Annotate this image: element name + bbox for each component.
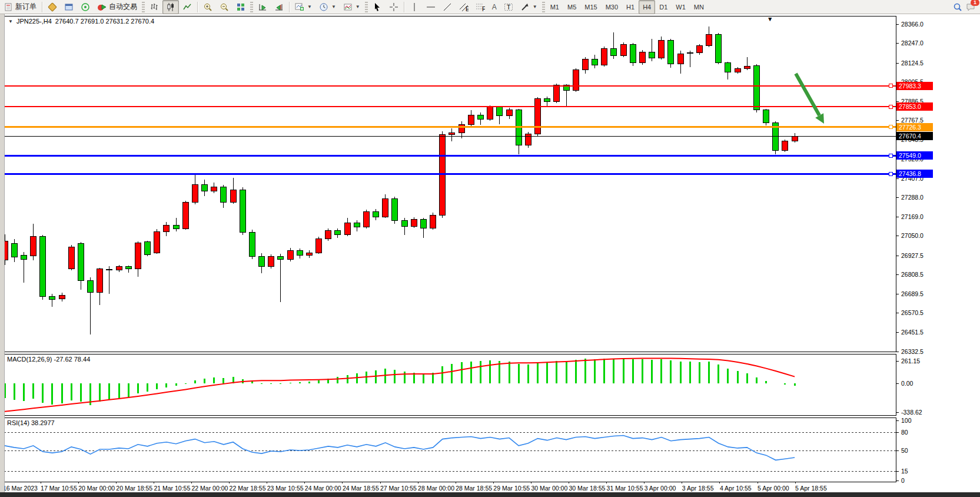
toolbar-grip[interactable] [142,2,145,12]
timeframe-m30[interactable]: M30 [602,0,622,14]
candle-body [249,233,255,256]
period-dropdown[interactable]: ▼ [315,0,340,14]
candle-body [630,44,636,62]
timeframe-m1[interactable]: M1 [546,0,563,14]
candle-body [78,244,84,281]
svg-text:0.00: 0.00 [901,380,913,387]
main-toolbar: 新订单 自动交易 ▼ ▼ ▼ E F A T ▼ [0,0,980,14]
candle-body [59,296,65,299]
chart-shift-button[interactable] [271,0,287,14]
text-button[interactable]: A [489,0,500,14]
candle-body [677,54,683,64]
candlestick-chart-button[interactable] [162,0,179,14]
rsi-pane[interactable] [4,418,896,482]
market-watch-button[interactable] [61,0,77,14]
main-pane[interactable] [4,16,896,352]
text-label-button[interactable]: T [500,0,517,14]
toolbar-separator [42,2,42,12]
notifications-button[interactable]: 1 [966,2,975,12]
cursor-icon [373,2,382,12]
fibonacci-icon: F [476,2,485,12]
vertical-line-button[interactable] [406,0,423,14]
notification-badge: 1 [971,0,979,6]
crosshair-icon [389,2,398,12]
svg-text:17 Mar 10:55: 17 Mar 10:55 [41,485,77,492]
timeframe-d1[interactable]: D1 [655,0,672,14]
candle-body [430,215,436,228]
auto-scroll-button[interactable] [254,0,271,14]
trendline-icon [443,2,452,12]
svg-text:29 Mar 10:55: 29 Mar 10:55 [493,485,530,492]
candle-body [506,110,512,116]
candle-body [40,236,46,296]
search-icon[interactable] [953,2,962,12]
toolbar-separator [289,2,290,12]
candle-body [544,99,550,102]
horizontal-line-button[interactable] [423,0,439,14]
candle-body [88,281,94,292]
svg-text:27169.0: 27169.0 [901,213,923,220]
tile-windows-button[interactable] [232,0,249,14]
signals-button[interactable] [77,0,94,14]
chart-canvas[interactable]: 28366.028247.028124.528005.527886.527767… [0,14,980,492]
timeframe-h1[interactable]: H1 [622,0,639,14]
svg-text:28366.0: 28366.0 [901,21,923,28]
new-order-button[interactable]: 新订单 [0,0,40,14]
timeframe-m5[interactable]: M5 [563,0,580,14]
symbol-period-label: JPN225-,H4 [16,18,52,25]
candle-body [696,45,702,52]
svg-text:26570.5: 26570.5 [901,309,923,316]
dropdown-caret: ▼ [307,4,312,9]
new-order-icon [4,2,13,12]
toolbar-grip[interactable] [542,2,545,12]
candle-body [202,185,208,191]
candle-body [687,53,693,54]
candle-body [335,230,341,235]
fibonacci-button[interactable]: F [472,0,489,14]
arrow-shapes-icon [520,2,530,12]
svg-text:27983.3: 27983.3 [899,82,921,90]
candle-body [792,136,798,141]
zoom-out-icon [220,2,229,12]
candle-body [478,115,484,119]
zoom-out-button[interactable] [216,0,232,14]
timeframe-h4[interactable]: H4 [639,0,655,14]
trendline-button[interactable] [439,0,456,14]
price-axis[interactable]: 28366.028247.028124.528005.527886.527767… [896,21,923,355]
shapes-dropdown[interactable]: ▼ [517,0,541,14]
new-chart-dropdown[interactable]: ▼ [291,0,315,14]
vertical-line-icon [410,2,419,12]
timeframe-m15[interactable]: M15 [580,0,601,14]
cursor-button[interactable] [369,0,386,14]
candle-body [706,35,712,46]
svg-text:4 Apr 10:55: 4 Apr 10:55 [720,485,752,492]
time-axis[interactable]: 16 Mar 202317 Mar 10:5520 Mar 00:0020 Ma… [3,482,827,492]
template-dropdown[interactable]: ▼ [340,0,364,14]
line-chart-button[interactable] [179,0,195,14]
svg-text:31 Mar 10:55: 31 Mar 10:55 [607,485,643,492]
auto-trading-label: 自动交易 [109,2,137,12]
timeframe-w1[interactable]: W1 [672,0,690,14]
toolbar-grip[interactable] [365,2,368,12]
candle-body [164,225,170,231]
svg-text:20 Mar 18:55: 20 Mar 18:55 [116,485,152,492]
candle-body [373,212,379,217]
toolbar-grip[interactable] [250,2,253,12]
zoom-in-button[interactable] [200,0,216,14]
svg-text:26451.5: 26451.5 [901,329,923,336]
svg-text:20 Mar 00:00: 20 Mar 00:00 [78,485,115,492]
channel-button[interactable]: E [456,0,472,14]
timeframe-mn[interactable]: MN [690,0,708,14]
charts-button[interactable] [44,0,61,14]
candle-body [525,134,531,145]
bar-chart-button[interactable] [146,0,162,14]
auto-trading-button[interactable]: 自动交易 [94,0,141,14]
crosshair-button[interactable] [386,0,402,14]
svg-text:23 Mar 10:55: 23 Mar 10:55 [267,485,304,492]
svg-text:24 Mar 00:00: 24 Mar 00:00 [305,485,341,492]
candle-body [240,190,245,233]
chart-window[interactable]: 28366.028247.028124.528005.527886.527767… [0,14,980,492]
horizontal-line-icon [426,2,436,12]
candle-body [325,230,331,238]
svg-text:27853.0: 27853.0 [899,103,921,110]
